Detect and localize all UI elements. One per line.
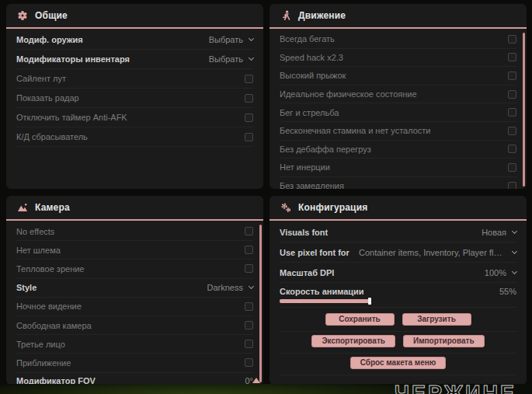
row-checkbox: Без дебаффа перегруз xyxy=(280,141,516,159)
checkbox[interactable] xyxy=(508,163,516,172)
row-checkbox: Нет шлема xyxy=(16,241,253,260)
row-checkbox: Третье лицо xyxy=(16,335,253,354)
row-label: К/Д сбрасыватель xyxy=(16,132,88,141)
row-label: Модификаторы инвентаря xyxy=(16,54,130,64)
checkbox[interactable] xyxy=(508,35,516,44)
checkbox[interactable] xyxy=(508,71,516,80)
import-button[interactable]: Импортировать xyxy=(403,335,485,347)
row-line: Отключить таймер Anti-AFK xyxy=(16,108,253,127)
row-checkbox: Нет инерции xyxy=(280,159,516,177)
row-line: Свободная камера xyxy=(16,316,253,334)
row-label: Speed hack x2.3 xyxy=(280,53,343,62)
row-line: Тепловое зрение xyxy=(16,260,253,277)
row-slider: Модификатор FOV0° xyxy=(16,373,253,385)
panel-general: Общие Модиф. оружияВыбратьМодификаторы и… xyxy=(6,4,263,189)
checkbox[interactable] xyxy=(508,90,516,99)
panel-title: Общие xyxy=(35,10,68,21)
slider-value: 55% xyxy=(499,287,516,296)
row-checkbox: Приближение xyxy=(16,354,253,372)
checkbox[interactable] xyxy=(245,133,253,141)
row-line: Без замедления xyxy=(280,177,516,189)
save-button[interactable]: Сохранить xyxy=(325,313,395,326)
checkbox[interactable] xyxy=(245,227,253,235)
dropdown-value: Выбрать xyxy=(209,54,243,64)
resize-handle[interactable] xyxy=(252,378,260,383)
checkbox[interactable] xyxy=(245,113,253,122)
row-label: Visuals font xyxy=(280,228,328,237)
reset-menu-layout-button[interactable]: Сброс макета меню xyxy=(350,357,447,369)
row-label: Отключить таймер Anti-AFK xyxy=(16,113,127,122)
row-line: Модификаторы инвентаряВыбрать xyxy=(16,50,253,68)
row-checkbox: Отключить таймер Anti-AFK xyxy=(16,108,253,127)
row-line: Ночное видение xyxy=(16,298,253,316)
checkbox[interactable] xyxy=(245,264,253,273)
row-label: Ночное видение xyxy=(16,302,82,311)
dropdown[interactable]: Container items, Inventory, Player flags… xyxy=(359,248,516,257)
checkbox[interactable] xyxy=(245,302,253,311)
button-row: Сброс макета меню xyxy=(280,354,516,375)
slider-handle[interactable] xyxy=(368,298,371,305)
panel-general-header: Общие xyxy=(6,4,263,29)
row-line: Идеальное физическое состояние xyxy=(280,85,516,103)
row-label: Нет инерции xyxy=(280,162,330,172)
row-line: Масштаб DPI100% xyxy=(280,263,516,282)
dropdown-value: Darkness xyxy=(207,283,243,292)
row-slider: Скорость анимации55% xyxy=(280,283,516,308)
scrollbar[interactable] xyxy=(259,225,262,382)
export-button[interactable]: Экспортировать xyxy=(311,335,395,347)
checkbox[interactable] xyxy=(245,94,253,103)
dropdown[interactable]: Выбрать xyxy=(209,54,253,64)
checkbox[interactable] xyxy=(245,75,253,83)
checkbox[interactable] xyxy=(245,246,253,254)
dropdown[interactable]: Выбрать xyxy=(209,35,253,44)
row-label: Бесконечная стамина и нет усталости xyxy=(280,126,431,135)
row-line: Нет шлема xyxy=(16,241,253,259)
panel-camera-header: Камера xyxy=(6,196,263,221)
checkbox[interactable] xyxy=(508,108,516,117)
slider[interactable] xyxy=(280,299,443,303)
config-buttons: СохранитьЗагрузитьЭкспортироватьИмпортир… xyxy=(269,308,527,375)
checkbox[interactable] xyxy=(508,145,516,153)
scrollbar[interactable] xyxy=(523,33,525,187)
row-line: Приближение xyxy=(16,354,253,371)
checkbox[interactable] xyxy=(508,53,516,61)
panel-title: Движение xyxy=(298,10,346,21)
row-line: Всегда бегать xyxy=(280,30,516,48)
chevron-down-icon xyxy=(249,36,254,41)
runner-icon xyxy=(280,10,291,21)
row-checkbox: No effects xyxy=(16,222,253,241)
row-checkbox: Высокий прыжок xyxy=(280,67,516,85)
button-row: СохранитьЗагрузить xyxy=(280,310,516,332)
row-checkbox: Показать радар xyxy=(16,89,253,108)
chevron-down-icon xyxy=(512,248,517,253)
dropdown-value: Выбрать xyxy=(209,35,243,44)
row-checkbox: Бег и стрельба xyxy=(280,103,516,122)
checkbox[interactable] xyxy=(245,321,253,329)
row-label: Нет шлема xyxy=(16,246,61,255)
gears-icon xyxy=(280,202,291,213)
row-label: Бег и стрельба xyxy=(280,108,339,117)
dropdown[interactable]: Darkness xyxy=(207,283,253,292)
row-line: Модификатор FOV0° xyxy=(16,373,253,385)
slider-fill xyxy=(280,299,370,303)
row-checkbox: Сайлент лут xyxy=(16,69,253,89)
row-label: Тепловое зрение xyxy=(16,264,84,274)
dropdown[interactable]: 100% xyxy=(485,268,516,277)
checkbox[interactable] xyxy=(245,358,253,367)
checkbox[interactable] xyxy=(508,127,516,135)
row-line: Модиф. оружияВыбрать xyxy=(16,30,253,49)
watermark-text: ЧЕРЖИНЕ xyxy=(395,382,516,394)
checkbox[interactable] xyxy=(245,340,253,348)
row-dropdown: Use pixel font forContainer items, Inven… xyxy=(280,242,516,263)
row-label: No effects xyxy=(16,227,54,236)
row-label: Показать радар xyxy=(16,93,79,103)
row-checkbox: Ночное видение xyxy=(16,298,253,316)
row-line: Use pixel font forContainer items, Inven… xyxy=(280,242,516,262)
dropdown[interactable]: Новая xyxy=(482,228,516,237)
row-line: Нет инерции xyxy=(280,159,516,176)
checkbox[interactable] xyxy=(508,182,516,189)
row-label: Без замедления xyxy=(280,181,344,189)
load-button[interactable]: Загрузить xyxy=(402,313,471,326)
row-checkbox: Свободная камера xyxy=(16,316,253,335)
row-dropdown: Масштаб DPI100% xyxy=(280,263,516,283)
